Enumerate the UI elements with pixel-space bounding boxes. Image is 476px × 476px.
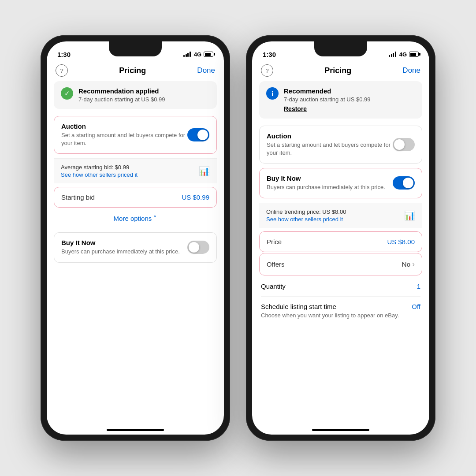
screen-content-1: ✓ Recommendation applied 7-day auction s… [47, 81, 224, 430]
pricing-link-1[interactable]: See how other sellers priced it [61, 171, 138, 178]
auction-toggle-2[interactable] [393, 138, 415, 151]
pricing-info-1: Average starting bid: $0.99 See how othe… [54, 158, 217, 183]
help-button-1[interactable]: ? [56, 64, 68, 77]
phone-2: 1:30 4G ? Pricing [246, 35, 435, 441]
green-check-icon: ✓ [61, 87, 73, 100]
battery-icon-1 [204, 52, 213, 57]
status-icons-1: 4G [183, 51, 213, 58]
auction-label-2: Auction [267, 132, 393, 140]
quantity-value-2: 1 [417, 283, 420, 290]
buy-it-now-label-1: Buy It Now [61, 239, 180, 246]
blue-info-icon: i [266, 87, 279, 100]
notch [109, 41, 162, 56]
quantity-row-2: Quantity 1 [261, 276, 420, 296]
offers-label-2: Offers [267, 260, 285, 268]
nav-bar-1: ? Pricing Done [47, 61, 224, 81]
buy-it-now-sublabel-1: Buyers can purchase immediately at this … [61, 248, 180, 256]
schedule-sublabel-2: Choose when you want your listing to app… [261, 312, 406, 320]
chart-icon-1[interactable]: 📊 [199, 166, 210, 176]
pricing-info-2: Online trending price: US $8.00 See how … [259, 203, 422, 228]
restore-button[interactable]: Restore [284, 105, 371, 112]
banner-subtitle-1: 7-day auction starting at US $0.99 [78, 96, 165, 103]
starting-bid-value-1[interactable]: US $0.99 [182, 193, 209, 201]
banner-title-2: Recommended [284, 87, 371, 95]
page-title-2: Pricing [324, 66, 351, 75]
schedule-row-2[interactable]: Schedule listing start time Choose when … [261, 296, 420, 326]
home-indicator-2 [312, 429, 369, 431]
auction-section-1: Auction Set a starting amount and let bu… [54, 116, 217, 154]
recommendation-banner-2: i Recommended 7-day auction starting at … [259, 81, 422, 119]
auction-sublabel-1: Set a starting amount and let buyers com… [61, 131, 187, 147]
signal-icon-2 [389, 52, 396, 57]
offers-row-2[interactable]: Offers No › [259, 253, 422, 275]
price-label-2: Price [267, 238, 282, 245]
starting-bid-label-1: Starting bid [61, 193, 95, 201]
buy-it-now-toggle-2[interactable] [393, 176, 415, 190]
status-time-1: 1:30 [57, 51, 71, 58]
network-label-2: 4G [399, 51, 407, 58]
buy-it-now-sublabel-2: Buyers can purchase immediately at this … [267, 183, 385, 191]
offers-chevron-2: › [412, 260, 415, 269]
page-title-1: Pricing [119, 66, 146, 75]
schedule-label-2: Schedule listing start time [261, 303, 406, 310]
help-button-2[interactable]: ? [261, 64, 273, 77]
home-indicator-1 [107, 429, 164, 431]
buy-it-now-toggle-1[interactable] [187, 241, 209, 254]
nav-bar-2: ? Pricing Done [252, 61, 429, 81]
extras-section-2: Quantity 1 Schedule listing start time C… [259, 276, 422, 326]
screen-content-2: i Recommended 7-day auction starting at … [252, 81, 429, 430]
quantity-label-2: Quantity [261, 283, 286, 290]
network-label-1: 4G [194, 51, 201, 58]
buy-it-now-section-1: Buy It Now Buyers can purchase immediate… [54, 232, 217, 262]
chart-icon-2[interactable]: 📊 [404, 210, 415, 221]
schedule-value-2: Off [412, 303, 420, 310]
auction-toggle-1[interactable] [187, 128, 209, 141]
avg-bid-text-1: Average starting bid: $0.99 [61, 164, 138, 171]
trending-price-text-2: Online trending price: US $8.00 [266, 208, 346, 215]
offers-value-2: No [402, 260, 410, 268]
status-icons-2: 4G [389, 51, 419, 58]
buy-it-now-section-2: Buy It Now Buyers can purchase immediate… [259, 168, 422, 198]
chevron-down-icon-1: ˅ [153, 215, 157, 222]
price-row-2[interactable]: Price US $8.00 [259, 231, 422, 252]
done-button-2[interactable]: Done [402, 66, 420, 75]
buy-it-now-label-2: Buy It Now [267, 175, 385, 182]
auction-section-2: Auction Set a starting amount and let bu… [259, 126, 422, 164]
starting-bid-row-1[interactable]: Starting bid US $0.99 [54, 187, 217, 208]
banner-title-1: Recommendation applied [78, 87, 165, 95]
done-button-1[interactable]: Done [197, 66, 215, 75]
signal-icon-1 [183, 52, 191, 57]
more-options-label-1: More options [114, 215, 152, 222]
auction-label-1: Auction [61, 123, 187, 130]
price-value-2[interactable]: US $8.00 [387, 238, 415, 245]
status-time-2: 1:30 [263, 51, 276, 58]
more-options-button-1[interactable]: More options ˅ [54, 208, 217, 229]
notch-2 [314, 41, 367, 56]
battery-icon-2 [409, 52, 419, 57]
phone-1: 1:30 4G ? Pricing [41, 35, 230, 441]
auction-sublabel-2: Set a starting amount and let buyers com… [267, 141, 393, 157]
pricing-link-2[interactable]: See how other sellers priced it [266, 216, 346, 223]
recommendation-banner-1: ✓ Recommendation applied 7-day auction s… [54, 81, 217, 109]
banner-subtitle-2: 7-day auction starting at US $0.99 [284, 96, 371, 103]
